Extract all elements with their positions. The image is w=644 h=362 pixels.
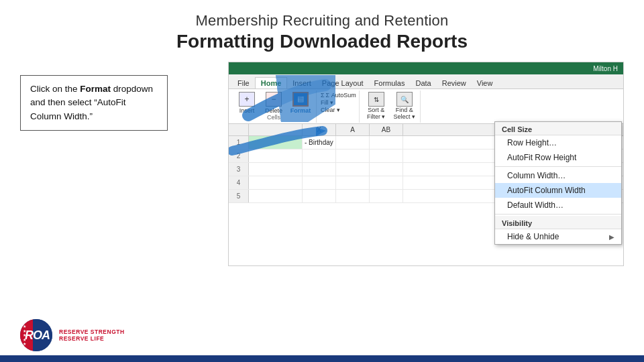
dropdown-hide-unhide[interactable]: Hide & Unhide ▶ [495, 229, 621, 244]
cell-ab1[interactable] [370, 136, 403, 149]
cell-a1b[interactable] [336, 136, 370, 149]
cell-a4b[interactable] [336, 176, 370, 189]
roa-text: ROA [25, 328, 50, 343]
callout-bold-text: Format [80, 84, 111, 94]
logo-tagline-2: RESERVE LIFE [59, 335, 125, 342]
tab-review[interactable]: Review [437, 78, 472, 88]
cell-a3b[interactable] [336, 163, 370, 176]
cell-a3[interactable] [249, 163, 303, 176]
hide-unhide-arrow: ▶ [609, 233, 614, 241]
find-select-label: Find &Select ▾ [393, 107, 415, 121]
tab-view[interactable]: View [472, 78, 498, 88]
blue-bar [0, 355, 644, 362]
main-container: Membership Recruiting and Retention Form… [0, 0, 644, 362]
dropdown-column-width[interactable]: Column Width… [495, 168, 621, 183]
cell-ab3[interactable] [370, 163, 403, 176]
cell-ab4[interactable] [370, 176, 403, 189]
row-num-4: 4 [229, 176, 249, 189]
title-bar-text: Milton H [593, 65, 618, 72]
color-bars [0, 355, 644, 362]
callout-text-before: Click on the [30, 84, 80, 94]
cell-ab5[interactable] [370, 190, 403, 202]
spreadsheet-arrow [229, 124, 336, 158]
sort-filter-button[interactable]: ⇅ Sort &Filter ▾ [364, 92, 389, 121]
arrow-annotation [241, 75, 335, 122]
sort-filter-label: Sort &Filter ▾ [367, 107, 386, 121]
logo-text-block: RESERVE STRENGTH RESERVE LIFE [59, 328, 125, 342]
cell-x3[interactable] [303, 163, 336, 176]
title-top: Membership Recruiting and Retention [0, 12, 644, 29]
logo-area: ★★★★★ ROA RESERVE STRENGTH RESERVE LIFE [0, 315, 644, 355]
roa-logo: ★★★★★ ROA [20, 319, 52, 351]
bottom-area: ★★★★★ ROA RESERVE STRENGTH RESERVE LIFE [0, 315, 644, 362]
col-header-ab: AB [370, 124, 403, 135]
cell-a5[interactable] [249, 190, 303, 202]
dropdown-default-width[interactable]: Default Width… [495, 198, 621, 213]
cell-a5b[interactable] [336, 190, 370, 202]
sort-find-group: ⇅ Sort &Filter ▾ 🔍 Find &Select ▾ [361, 90, 421, 123]
cell-x4[interactable] [303, 176, 336, 189]
cell-x5[interactable] [303, 190, 336, 202]
dropdown-divider-2 [495, 214, 621, 215]
title-main: Formatting Downloaded Reports [0, 31, 644, 52]
header-area: Membership Recruiting and Retention Form… [0, 0, 644, 55]
callout-box: Click on the Format dropdown and then se… [20, 75, 168, 131]
dropdown-divider-1 [495, 166, 621, 167]
cell-ab2[interactable] [370, 149, 403, 162]
dropdown-section-cell-size: Cell Size [495, 122, 621, 135]
tab-formulas[interactable]: Formulas [369, 78, 411, 88]
sort-filter-icon: ⇅ [368, 92, 384, 107]
dropdown-autofit-row-height[interactable]: AutoFit Row Height [495, 150, 621, 165]
ribbon-title-bar: Milton H [229, 62, 623, 74]
dropdown-autofit-column-width[interactable]: AutoFit Column Width [495, 183, 621, 198]
dropdown-row-height[interactable]: Row Height… [495, 135, 621, 150]
format-dropdown: Cell Size Row Height… AutoFit Row Height… [494, 121, 622, 245]
find-select-button[interactable]: 🔍 Find &Select ▾ [392, 92, 417, 121]
col-header-a: A [336, 124, 370, 135]
row-num-3: 3 [229, 163, 249, 176]
tab-data[interactable]: Data [410, 78, 436, 88]
find-select-icon: 🔍 [396, 92, 413, 107]
cell-a4[interactable] [249, 176, 303, 189]
logo-tagline-1: RESERVE STRENGTH [59, 328, 125, 335]
screenshot-area: Milton H File Home Insert Page Layout Fo… [181, 62, 624, 269]
row-num-5: 5 [229, 190, 249, 202]
cell-a2b[interactable] [336, 149, 370, 162]
dropdown-section-visibility: Visibility [495, 216, 621, 229]
